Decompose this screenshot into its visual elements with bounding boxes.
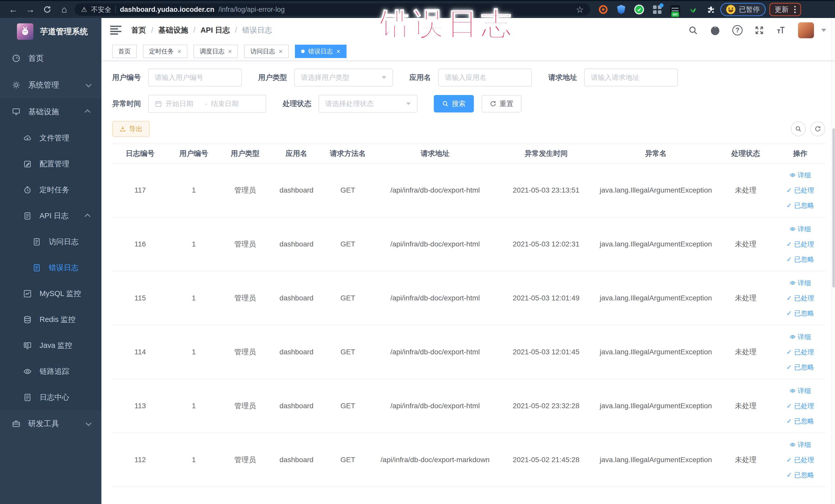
sidebar-item-infrastructure[interactable]: 基础设施 [0,98,101,125]
forward-icon[interactable]: → [24,3,37,16]
sidebar-item-log-center[interactable]: 日志中心 [0,384,101,410]
sidebar-infra-group: 基础设施 文件管理 配置管理 定时任务 API 日志 [0,98,101,410]
fullscreen-icon[interactable] [754,25,764,35]
sidebar-item-mysql-monitor[interactable]: MySQL 监控 [0,281,101,306]
process-status-select[interactable] [319,95,418,113]
tag-home[interactable]: 首页 [112,45,137,58]
sidebar-item-system[interactable]: 系统管理 [0,72,101,98]
detail-link[interactable]: 详细 [790,332,811,341]
detail-link[interactable]: 详细 [790,171,811,180]
mark-processed-link[interactable]: ✓已处理 [787,456,814,464]
close-icon[interactable]: × [279,48,282,55]
exception-time-label: 异常时间 [112,99,141,108]
detail-link[interactable]: 详细 [790,225,811,234]
mark-processed-link[interactable]: ✓已处理 [787,294,814,303]
sidebar-item-api-log[interactable]: API 日志 [0,203,101,229]
app-name-input[interactable] [438,68,532,86]
extension-grid-icon[interactable] [651,4,663,15]
hamburger-icon[interactable] [110,26,121,35]
detail-link[interactable]: 详细 [790,440,811,449]
mark-ignored-link[interactable]: ✓已忽略 [787,417,814,426]
docs-help-icon[interactable]: ? [732,25,742,36]
sidebar-item-error-log[interactable]: 错误日志 [0,255,101,281]
sidebar-logo[interactable]: 芋道管理系统 [0,18,101,45]
tag-access-log[interactable]: 访问日志 × [244,45,288,58]
mark-processed-link[interactable]: ✓已处理 [787,240,814,249]
browser-menu-icon[interactable] [794,6,796,13]
mark-ignored-link[interactable]: ✓已忽略 [787,471,814,480]
mark-ignored-link[interactable]: ✓已忽略 [787,255,814,264]
sidebar-item-file-management[interactable]: 文件管理 [0,125,101,151]
detail-link[interactable]: 详细 [790,386,811,396]
close-icon[interactable]: × [337,48,340,55]
sidebar-item-home[interactable]: 首页 [0,45,101,72]
tag-scheduled-jobs[interactable]: 定时任务 × [143,45,187,58]
mark-ignored-link[interactable]: ✓已忽略 [787,201,814,210]
breadcrumb-api-log[interactable]: API 日志 [201,25,230,36]
sidebar-item-java-monitor[interactable]: Java 监控 [0,332,101,358]
sidebar-item-redis-monitor[interactable]: Redis 监控 [0,306,101,332]
exception-time-range-picker[interactable]: - [148,95,266,113]
tag-schedule-log[interactable]: 调度日志 × [194,45,238,58]
export-button[interactable]: 导出 [112,121,150,137]
mark-processed-link[interactable]: ✓已处理 [787,186,814,195]
back-icon[interactable]: ← [7,3,20,16]
toggle-search-button[interactable] [791,121,806,136]
close-icon[interactable]: × [177,48,181,55]
page-scrollbar[interactable] [831,18,835,504]
search-icon[interactable] [688,25,698,35]
extension-plant-icon[interactable] [687,4,699,15]
mark-processed-link[interactable]: ✓已处理 [787,348,814,357]
user-type-field[interactable] [301,74,378,82]
sidebar-item-config-management[interactable]: 配置管理 [0,151,101,177]
request-url-field[interactable] [591,74,671,82]
end-date-field[interactable] [211,100,247,108]
extension-on-badge-icon[interactable]: on [669,4,681,15]
extension-icons: on [597,4,717,15]
status-badge: 未处理 [716,293,775,303]
user-id-field[interactable] [155,74,235,82]
breadcrumb-home[interactable]: 首页 [131,25,146,36]
mark-ignored-link[interactable]: ✓已忽略 [787,309,814,318]
reset-button[interactable]: 重置 [482,95,522,113]
user-avatar[interactable] [798,22,814,38]
tag-error-log[interactable]: 错误日志 × [295,45,347,58]
paused-extension-pill[interactable]: 已暂停 [720,3,766,16]
extension-orange-icon[interactable] [597,4,609,15]
bookmark-star-icon[interactable]: ☆ [576,4,584,15]
browser-update-button[interactable]: 更新 [769,3,801,16]
mark-ignored-link[interactable]: ✓已忽略 [787,363,814,372]
sidebar-item-tracing[interactable]: 链路追踪 [0,358,101,384]
row-actions: 详细 ✓已处理 ✓已忽略 [775,171,825,210]
github-icon[interactable] [710,25,720,36]
breadcrumb-infrastructure[interactable]: 基础设施 [158,25,188,36]
home-icon[interactable]: ⌂ [58,3,71,16]
extension-green-check-icon[interactable] [633,4,645,15]
close-icon[interactable]: × [228,48,232,55]
mark-processed-link[interactable]: ✓已处理 [787,402,814,410]
font-size-icon[interactable] [776,25,786,36]
address-bar[interactable]: ⚠ 不安全 dashboard.yudao.iocoder.cn /infra/… [75,3,590,16]
request-url-input[interactable] [584,68,678,86]
extension-shield-icon[interactable] [615,4,627,15]
sidebar-item-access-log[interactable]: 访问日志 [0,229,101,255]
process-status-field[interactable] [325,100,403,108]
search-button[interactable]: 搜索 [434,95,474,113]
check-icon: ✓ [787,472,792,478]
extensions-puzzle-icon[interactable] [705,4,717,15]
search-icon [795,125,802,132]
eye-icon [790,442,796,448]
sidebar-item-scheduled-jobs[interactable]: 定时任务 [0,177,101,203]
user-id-input[interactable] [148,68,242,86]
refresh-table-button[interactable] [810,121,825,136]
sidebar-item-dev-tools[interactable]: 研发工具 [0,410,101,437]
scrollbar-thumb[interactable] [832,128,835,287]
reload-icon[interactable] [41,3,54,16]
avatar-caret-icon[interactable] [821,29,826,32]
table-row: 115 1 管理员 dashboard GET /api/infra/db-do… [112,271,825,325]
detail-link[interactable]: 详细 [790,279,811,287]
user-type-select[interactable] [294,68,393,86]
app-name-field[interactable] [445,74,525,82]
start-date-field[interactable] [166,100,202,108]
table-toolbar: 导出 [112,121,825,137]
